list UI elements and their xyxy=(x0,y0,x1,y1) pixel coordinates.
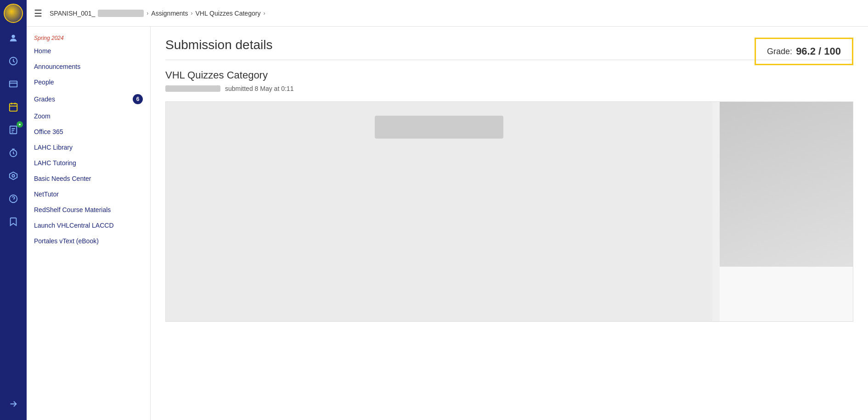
content-row: Spring 2024 Home Announcements People Gr… xyxy=(27,27,868,420)
sidebar-lahc-library-label: LAHC Library xyxy=(34,144,73,151)
sidebar-item-home[interactable]: Home xyxy=(27,43,150,59)
menu-button[interactable]: ☰ xyxy=(34,8,42,19)
bookmark-icon[interactable] xyxy=(0,210,27,233)
breadcrumb-sep-1: › xyxy=(147,10,148,17)
submission-text: submitted 8 May at 0:11 xyxy=(225,85,293,92)
content-right-top xyxy=(720,102,853,266)
sidebar-item-redshelf[interactable]: RedShelf Course Materials xyxy=(27,202,150,218)
network-icon[interactable] xyxy=(0,164,27,187)
breadcrumb-assignments[interactable]: Assignments xyxy=(151,10,188,17)
sidebar-item-lahc-tutoring[interactable]: LAHC Tutoring xyxy=(27,155,150,171)
grades-icon[interactable]: ● xyxy=(0,118,27,141)
grades-badge: ● xyxy=(17,121,23,128)
sidebar-grades-label: Grades xyxy=(34,95,55,103)
grade-box: Grade: 96.2 / 100 xyxy=(755,38,853,65)
topbar: ☰ SPANISH_001_ › Assignments › VHL Quizz… xyxy=(27,0,868,27)
assignment-title: VHL Quizzes Category xyxy=(165,69,853,81)
content-left-panel xyxy=(166,102,712,321)
breadcrumb-sep-2: › xyxy=(191,10,193,17)
sidebar-announcements-label: Announcements xyxy=(34,63,80,70)
sidebar-vhlcentral-label: Launch VHLCentral LACCD xyxy=(34,222,114,229)
logo[interactable] xyxy=(0,0,27,27)
school-logo xyxy=(4,4,23,23)
main-wrapper: ☰ SPANISH_001_ › Assignments › VHL Quizz… xyxy=(27,0,868,420)
sidebar-zoom-label: Zoom xyxy=(34,112,51,120)
sidebar-item-announcements[interactable]: Announcements xyxy=(27,59,150,74)
sidebar-home-label: Home xyxy=(34,47,51,55)
course-code-redacted xyxy=(98,10,144,17)
sidebar-lahc-tutoring-label: LAHC Tutoring xyxy=(34,159,76,167)
sidebar-nettutor-label: NetTutor xyxy=(34,190,59,198)
sidebar-item-lahc-library[interactable]: LAHC Library xyxy=(27,140,150,155)
submitter-redacted xyxy=(165,85,220,92)
sidebar-item-office365[interactable]: Office 365 xyxy=(27,124,150,140)
content-redacted-block xyxy=(375,116,503,139)
svg-rect-2 xyxy=(10,81,17,87)
sidebar-item-people[interactable]: People xyxy=(27,74,150,90)
sidebar-item-grades[interactable]: Grades 6 xyxy=(27,90,150,108)
title-divider xyxy=(165,60,853,60)
arrow-right-icon[interactable] xyxy=(0,392,27,415)
sidebar-office365-label: Office 365 xyxy=(34,128,63,135)
calendar-icon[interactable] xyxy=(0,95,27,118)
course-code: SPANISH_001_ xyxy=(50,10,95,17)
breadcrumb-vhl-category[interactable]: VHL Quizzes Category xyxy=(196,10,261,17)
breadcrumb: SPANISH_001_ › Assignments › VHL Quizzes… xyxy=(50,10,265,17)
main-content: Submission details VHL Quizzes Category … xyxy=(151,27,868,420)
clock-icon[interactable] xyxy=(0,50,27,73)
sidebar-redshelf-label: RedShelf Course Materials xyxy=(34,206,111,213)
sidebar-portales-label: Portales vText (eBook) xyxy=(34,237,99,245)
sidebar-basic-needs-label: Basic Needs Center xyxy=(34,175,91,182)
svg-point-7 xyxy=(12,174,15,177)
account-icon[interactable] xyxy=(0,27,27,50)
sidebar-item-portales[interactable]: Portales vText (eBook) xyxy=(27,233,150,249)
svg-rect-3 xyxy=(10,104,17,112)
content-right-panel xyxy=(720,102,853,321)
inbox-icon[interactable] xyxy=(0,73,27,95)
sidebar-item-basic-needs[interactable]: Basic Needs Center xyxy=(27,171,150,186)
submission-info: submitted 8 May at 0:11 xyxy=(165,85,853,92)
sidebar: Spring 2024 Home Announcements People Gr… xyxy=(27,27,151,420)
sidebar-item-vhlcentral[interactable]: Launch VHLCentral LACCD xyxy=(27,218,150,233)
breadcrumb-sep-3: › xyxy=(263,10,265,17)
timer-icon[interactable] xyxy=(0,141,27,164)
page-title: Submission details xyxy=(165,38,853,52)
content-area xyxy=(165,101,853,322)
semester-label: Spring 2024 xyxy=(27,31,150,43)
sidebar-item-zoom[interactable]: Zoom xyxy=(27,108,150,124)
grade-label: Grade: xyxy=(767,47,792,56)
svg-point-0 xyxy=(11,35,15,38)
grades-sidebar-badge: 6 xyxy=(133,94,143,104)
sidebar-people-label: People xyxy=(34,78,54,86)
svg-marker-6 xyxy=(10,172,17,180)
grade-value: 96.2 / 100 xyxy=(796,45,841,57)
help-icon[interactable] xyxy=(0,187,27,210)
content-right-bottom xyxy=(720,266,853,321)
sidebar-item-nettutor[interactable]: NetTutor xyxy=(27,186,150,202)
icon-rail: ● xyxy=(0,0,27,420)
